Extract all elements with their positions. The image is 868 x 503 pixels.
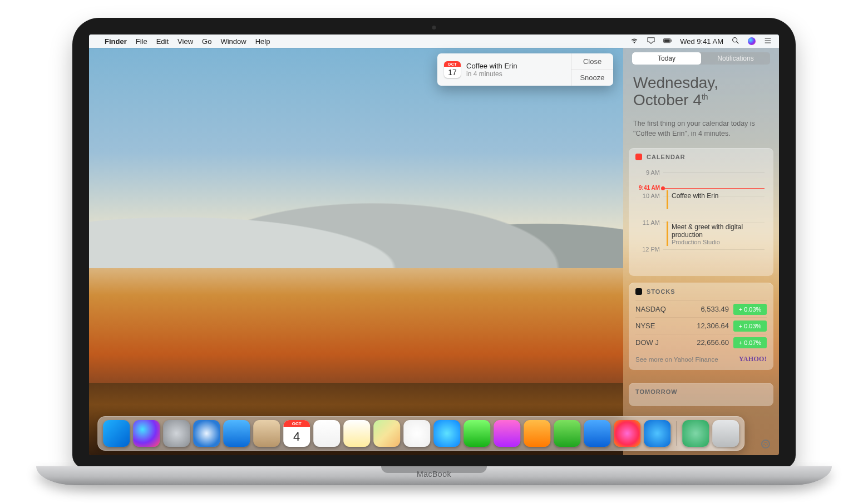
mail-icon[interactable] xyxy=(223,420,250,447)
menu-bar: Finder File Edit View Go Window Help Wed… xyxy=(89,34,779,48)
pages-icon[interactable] xyxy=(524,420,550,447)
notes-icon[interactable] xyxy=(343,420,370,447)
hour-11am: 11 AM xyxy=(635,219,660,226)
siri-icon[interactable] xyxy=(748,37,756,45)
svg-point-3 xyxy=(733,37,737,42)
svg-rect-1 xyxy=(664,39,670,42)
notification-center: Today Notifications Wednesday, October 4… xyxy=(623,48,779,455)
stocks-widget-title: STOCKS xyxy=(647,288,675,295)
macbook-base: MacBook xyxy=(36,466,832,485)
menu-go[interactable]: Go xyxy=(202,37,211,46)
wifi-icon[interactable] xyxy=(630,36,639,47)
menu-file[interactable]: File xyxy=(136,37,147,46)
downloads-icon[interactable] xyxy=(682,420,709,447)
numbers-icon[interactable] xyxy=(554,420,580,447)
calendar-widget-title: CALENDAR xyxy=(647,154,685,160)
keynote-icon[interactable] xyxy=(584,420,610,447)
notification-banner[interactable]: OCT 17 Coffee with Erin in 4 minutes Clo… xyxy=(437,53,613,86)
notification-title: Coffee with Erin xyxy=(466,62,517,70)
calendar-event[interactable]: Meet & greet with digital production Pro… xyxy=(667,221,765,246)
notification-center-icon[interactable] xyxy=(763,36,772,47)
calendar-widget[interactable]: CALENDAR 9 AM 9:41 AM 10 AM Coffee with … xyxy=(629,148,773,276)
tab-today[interactable]: Today xyxy=(632,52,701,65)
launchpad-icon[interactable] xyxy=(163,420,190,447)
airplay-icon[interactable] xyxy=(647,36,655,47)
siri-icon[interactable] xyxy=(133,420,160,447)
menu-window[interactable]: Window xyxy=(220,37,246,46)
notification-close-button[interactable]: Close xyxy=(571,53,613,70)
hour-9am: 9 AM xyxy=(635,169,660,176)
safari-icon[interactable] xyxy=(193,420,220,447)
hour-10am: 10 AM xyxy=(635,193,660,199)
today-notifications-segmented[interactable]: Today Notifications xyxy=(632,52,770,65)
menu-edit[interactable]: Edit xyxy=(156,37,169,46)
facetime-icon[interactable] xyxy=(463,420,490,447)
tomorrow-widget[interactable]: TOMORROW xyxy=(629,383,773,406)
appstore-icon[interactable] xyxy=(644,420,670,447)
desktop[interactable]: Finder File Edit View Go Window Help Wed… xyxy=(89,34,779,455)
tomorrow-title: TOMORROW xyxy=(635,388,678,395)
trash-icon[interactable] xyxy=(712,420,739,447)
screen-bezel: Finder File Edit View Go Window Help Wed… xyxy=(72,18,796,469)
reminders-icon[interactable] xyxy=(313,420,340,447)
camera-dot xyxy=(432,26,436,29)
macbook-mock: Finder File Edit View Go Window Help Wed… xyxy=(36,18,832,485)
yahoo-logo: YAHOO! xyxy=(739,355,767,363)
battery-icon[interactable] xyxy=(663,36,672,47)
device-label: MacBook xyxy=(417,470,451,479)
stock-row[interactable]: NYSE 12,306.64 + 0.03% xyxy=(635,317,767,334)
menu-help[interactable]: Help xyxy=(255,37,270,46)
now-time-label: 9:41 AM xyxy=(635,185,660,191)
calendar-event[interactable]: Coffee with Erin xyxy=(667,190,765,209)
wallpaper-mountains xyxy=(89,101,623,268)
dock: OCT4 xyxy=(97,416,744,451)
contacts-icon[interactable] xyxy=(253,420,280,447)
now-indicator xyxy=(663,188,765,189)
finder-icon[interactable] xyxy=(103,420,130,447)
stocks-widget[interactable]: STOCKS NASDAQ 6,533.49 + 0.03% NYSE 12,3… xyxy=(629,283,773,370)
today-date: Wednesday, October 4th xyxy=(633,75,769,109)
notification-subtitle: in 4 minutes xyxy=(466,70,517,78)
today-summary: The first thing on your calendar today i… xyxy=(633,119,769,139)
itunes-icon[interactable] xyxy=(614,420,640,447)
dock-separator xyxy=(676,421,677,446)
stocks-more-link[interactable]: See more on Yahoo! Finance xyxy=(635,356,718,363)
menu-view[interactable]: View xyxy=(177,37,193,46)
calendar-app-icon: OCT 17 xyxy=(444,61,461,78)
notification-snooze-button[interactable]: Snooze xyxy=(571,70,613,86)
maps-icon[interactable] xyxy=(373,420,400,447)
settings-gear-icon[interactable] xyxy=(761,440,770,448)
app-name-menu[interactable]: Finder xyxy=(105,37,127,46)
svg-line-4 xyxy=(737,42,738,43)
stock-row[interactable]: NASDAQ 6,533.49 + 0.03% xyxy=(635,300,767,317)
itunes-store-icon[interactable] xyxy=(494,420,520,447)
calendar-icon-day: 17 xyxy=(444,67,461,78)
hour-12pm: 12 PM xyxy=(635,246,660,253)
calendar-icon-month: OCT xyxy=(444,61,461,67)
tab-notifications[interactable]: Notifications xyxy=(701,52,770,65)
spotlight-icon[interactable] xyxy=(731,36,740,47)
stocks-icon xyxy=(635,288,642,295)
svg-rect-2 xyxy=(671,40,672,42)
messages-icon[interactable] xyxy=(433,420,460,447)
calendar-icon xyxy=(635,154,642,160)
menu-clock[interactable]: Wed 9:41 AM xyxy=(680,37,723,46)
photos-icon[interactable] xyxy=(403,420,430,447)
calendar-icon[interactable]: OCT4 xyxy=(283,420,310,447)
stock-row[interactable]: DOW J 22,656.60 + 0.07% xyxy=(635,334,767,351)
